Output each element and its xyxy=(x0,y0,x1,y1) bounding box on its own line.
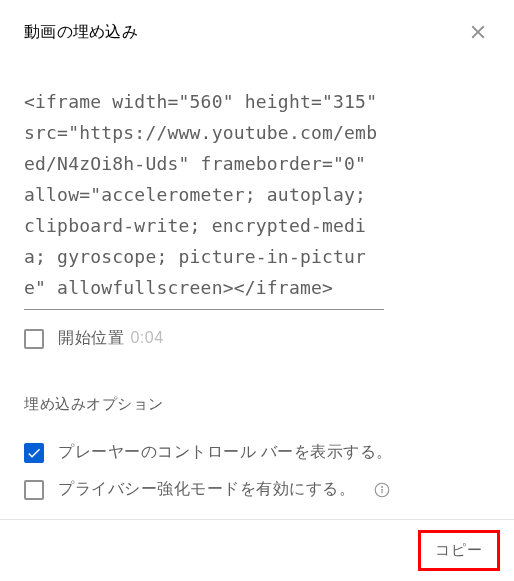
copy-button[interactable]: コピー xyxy=(418,530,500,571)
embed-dialog: 動画の埋め込み <iframe width="560" height="315"… xyxy=(0,0,514,581)
option-row-privacy: プライバシー強化モードを有効にする。 xyxy=(24,471,490,508)
privacy-mode-checkbox[interactable] xyxy=(24,480,44,500)
info-icon[interactable] xyxy=(373,481,391,499)
svg-point-2 xyxy=(382,486,383,487)
checkmark-icon xyxy=(26,445,42,461)
start-position-time: 0:04 xyxy=(130,329,163,346)
close-icon xyxy=(467,21,489,43)
privacy-mode-label: プライバシー強化モードを有効にする。 xyxy=(58,479,355,500)
dialog-title: 動画の埋め込み xyxy=(24,22,138,43)
dialog-header: 動画の埋め込み xyxy=(0,0,514,62)
show-controls-checkbox[interactable] xyxy=(24,443,44,463)
start-position-label-wrap: 開始位置 0:04 xyxy=(58,328,164,349)
start-position-row: 開始位置 0:04 xyxy=(24,310,490,353)
dialog-footer: コピー xyxy=(0,519,514,581)
start-position-checkbox[interactable] xyxy=(24,329,44,349)
close-button[interactable] xyxy=(466,20,490,44)
dialog-content: <iframe width="560" height="315" src="ht… xyxy=(0,62,514,519)
option-row-controls: プレーヤーのコントロール バーを表示する。 xyxy=(24,434,490,471)
start-position-label: 開始位置 xyxy=(58,329,124,346)
embed-options-title: 埋め込みオプション xyxy=(24,395,490,414)
show-controls-label: プレーヤーのコントロール バーを表示する。 xyxy=(58,442,393,463)
embed-code[interactable]: <iframe width="560" height="315" src="ht… xyxy=(24,86,384,310)
